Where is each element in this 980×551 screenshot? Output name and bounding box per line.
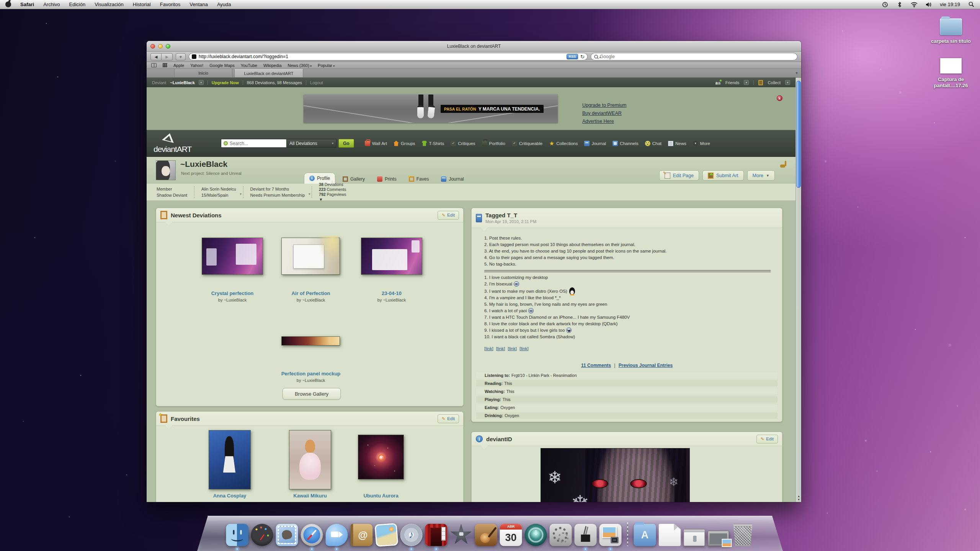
minimized-window-2-dock-icon[interactable] bbox=[708, 531, 729, 546]
system-preferences-dock-icon[interactable] bbox=[550, 524, 572, 546]
desktop-screenshot-icon[interactable]: Captura de pantall....17.26 bbox=[925, 58, 977, 89]
journal-link[interactable]: [link] bbox=[484, 346, 493, 352]
session-stats-link[interactable]: 868 Deviations, 98 Messages bbox=[247, 80, 302, 85]
minimized-window-dock-icon[interactable] bbox=[684, 529, 705, 546]
previous-entries-link[interactable]: Previous Journal Entries bbox=[619, 363, 673, 368]
deviation-author[interactable]: by ~LuxieBlack bbox=[377, 298, 406, 302]
buy-deviantwear-link[interactable]: Buy deviantWEAR bbox=[582, 111, 626, 116]
menu-clock[interactable]: vie 19:19 bbox=[940, 2, 960, 7]
fav-title-link[interactable]: Anna Cosplay bbox=[213, 493, 247, 499]
journal-link[interactable]: [link] bbox=[519, 346, 529, 352]
member-identity[interactable]: Alin Sorin Nedelcu 15/Male/Spain ▼ bbox=[194, 187, 243, 197]
scrollbar-thumb[interactable] bbox=[796, 81, 801, 188]
finder-dock-icon[interactable] bbox=[226, 524, 248, 546]
logout-link[interactable]: Logout bbox=[310, 80, 323, 85]
bookmark-popular-folder[interactable]: Popular bbox=[318, 63, 335, 68]
deviation-thumb-23-04-10[interactable] bbox=[361, 238, 422, 275]
comments-link[interactable]: 11 Comments bbox=[581, 363, 611, 368]
menu-visualizacion[interactable]: Visualización bbox=[95, 2, 124, 7]
tab-journal[interactable]: Journal bbox=[436, 174, 469, 184]
ad-banner[interactable]: PASA EL RATÓN Y MARCA UNA TENDENCIA. bbox=[304, 95, 558, 123]
nav-collections[interactable]: ★Collections bbox=[549, 141, 578, 146]
search-go-button[interactable]: Go bbox=[338, 139, 354, 148]
upgrade-now-link[interactable]: Upgrade Now bbox=[212, 80, 239, 85]
image-capture-dock-icon[interactable] bbox=[599, 524, 622, 546]
newest-edit-button[interactable]: ✎Edit bbox=[438, 211, 459, 220]
llama-badge-icon[interactable] bbox=[780, 161, 786, 168]
edit-page-button[interactable]: Edit Page bbox=[659, 170, 699, 181]
rss-badge[interactable]: RSS bbox=[567, 54, 578, 59]
journal-link[interactable]: [link] bbox=[496, 346, 505, 352]
itunes-dock-icon[interactable] bbox=[400, 524, 423, 546]
favourites-edit-button[interactable]: ✎Edit bbox=[438, 414, 459, 423]
nav-critiques[interactable]: Critiques bbox=[451, 141, 475, 146]
deviation-title-link[interactable]: Air of Perfection bbox=[291, 290, 330, 296]
fav-thumb-kawaii-mikuru[interactable] bbox=[289, 430, 331, 489]
profile-username[interactable]: ~LuxieBlack bbox=[180, 160, 227, 169]
deviation-thumb-perfection-panel-mockup[interactable] bbox=[281, 336, 340, 346]
submit-art-button[interactable]: Submit Art bbox=[702, 170, 744, 181]
dashboard-dock-icon[interactable] bbox=[251, 524, 273, 546]
nav-groups[interactable]: Groups bbox=[394, 141, 415, 146]
imovie-dock-icon[interactable] bbox=[450, 524, 472, 546]
window-scrollbar[interactable]: ▲▼ bbox=[795, 78, 801, 502]
menu-archivo[interactable]: Archivo bbox=[43, 2, 60, 7]
member-tenure[interactable]: Deviant for 7 Months Needs Premium Membe… bbox=[243, 187, 312, 197]
forward-button[interactable]: ▶ bbox=[162, 53, 173, 60]
minimize-window-button[interactable] bbox=[158, 44, 163, 49]
nav-chat[interactable]: Chat bbox=[645, 141, 662, 146]
bookmark-google-maps[interactable]: Google Maps bbox=[209, 63, 234, 68]
reload-icon[interactable]: ↻ bbox=[580, 54, 585, 60]
fav-thumb-ubuntu-aurora[interactable] bbox=[358, 435, 404, 479]
menu-edicion[interactable]: Edición bbox=[69, 2, 86, 7]
nav-channels[interactable]: Channels bbox=[612, 141, 639, 146]
member-stats[interactable]: 38 Deviations 223 Comments 792 Pageviews… bbox=[312, 183, 353, 202]
session-username[interactable]: ~LuxieBlack bbox=[170, 80, 195, 85]
system-profiler-dock-icon[interactable] bbox=[575, 524, 597, 546]
menu-ventana[interactable]: Ventana bbox=[189, 2, 208, 7]
bookmark-wikipedia[interactable]: Wikipedia bbox=[263, 63, 282, 68]
fav-thumb-anna-cosplay[interactable] bbox=[209, 430, 251, 489]
tab-inicio[interactable]: Inicio bbox=[174, 69, 232, 77]
ad-close-button[interactable]: x bbox=[777, 95, 782, 101]
close-window-button[interactable] bbox=[150, 44, 155, 49]
deviantid-edit-button[interactable]: ✎Edit bbox=[756, 435, 778, 443]
photo-booth-dock-icon[interactable] bbox=[425, 524, 448, 546]
upgrade-premium-link[interactable]: Upgrade to Premium bbox=[582, 103, 626, 108]
nav-more[interactable]: More bbox=[693, 141, 710, 146]
safari-dock-icon[interactable] bbox=[301, 524, 323, 546]
tab-prints[interactable]: Prints bbox=[372, 174, 402, 184]
friends-dropdown-icon[interactable]: ▾ bbox=[744, 80, 749, 85]
deviation-title-link[interactable]: Perfection panel mockup bbox=[281, 371, 341, 377]
trash-dock-icon[interactable] bbox=[732, 524, 754, 546]
collect-dropdown-icon[interactable]: ▾ bbox=[785, 80, 790, 85]
nav-portfolio[interactable]: Portfolio bbox=[482, 141, 505, 146]
deviation-title-link[interactable]: Crystal perfection bbox=[211, 290, 254, 296]
iphoto-dock-icon[interactable] bbox=[375, 523, 399, 547]
scrollbar-arrows[interactable]: ▲▼ bbox=[796, 494, 801, 501]
deviation-thumb-crystal-perfection[interactable] bbox=[202, 238, 263, 275]
bookmark-news-folder[interactable]: News (360) bbox=[288, 63, 312, 68]
deviantart-logo[interactable]: deviantART bbox=[154, 133, 208, 154]
menu-ayuda[interactable]: Ayuda bbox=[217, 2, 231, 7]
nav-journal[interactable]: Journal bbox=[584, 141, 606, 146]
mail-dock-icon[interactable] bbox=[276, 524, 298, 546]
address-bar[interactable]: RSS ↻ bbox=[189, 53, 588, 60]
applications-folder-dock-icon[interactable] bbox=[634, 524, 656, 546]
window-titlebar[interactable]: LuxieBlack on deviantART bbox=[147, 41, 801, 52]
wifi-menu-icon[interactable] bbox=[911, 2, 918, 8]
time-machine-dock-icon[interactable] bbox=[525, 524, 547, 546]
deviation-title-link[interactable]: 23-04-10 bbox=[382, 290, 402, 296]
zoom-window-button[interactable] bbox=[166, 44, 170, 49]
google-search-input[interactable] bbox=[600, 54, 794, 59]
advertise-here-link[interactable]: Advertise Here bbox=[582, 119, 626, 124]
ical-dock-icon[interactable]: ABR30 bbox=[500, 524, 522, 546]
fav-title-link[interactable]: Kawaii Mikuru bbox=[293, 493, 327, 499]
spotlight-icon[interactable] bbox=[968, 2, 975, 8]
bluetooth-menu-icon[interactable] bbox=[896, 2, 903, 8]
volume-menu-icon[interactable] bbox=[925, 2, 932, 8]
site-search-input[interactable] bbox=[230, 141, 284, 146]
ichat-dock-icon[interactable] bbox=[326, 524, 348, 546]
more-button[interactable]: More▼ bbox=[747, 170, 775, 181]
nav-news[interactable]: News bbox=[668, 141, 686, 146]
